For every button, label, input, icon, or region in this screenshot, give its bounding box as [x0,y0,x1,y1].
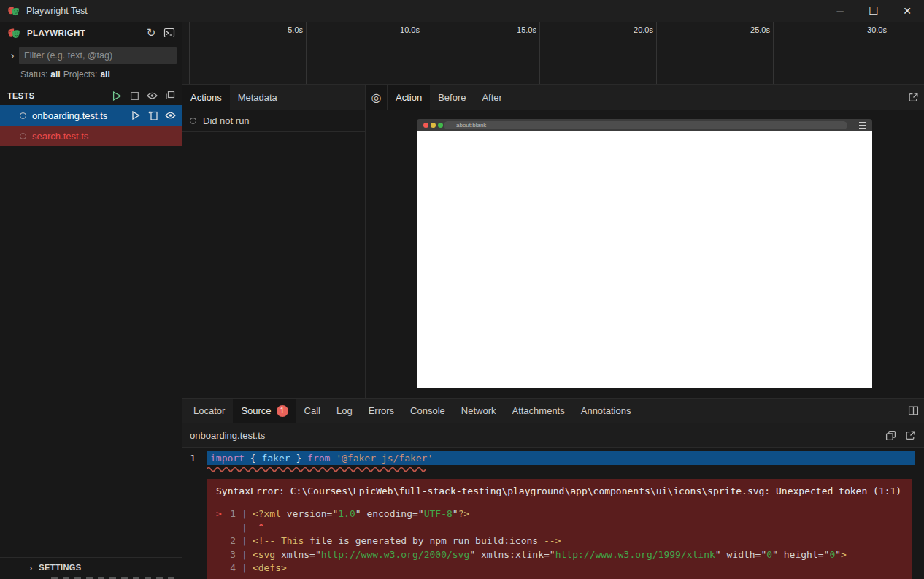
traffic-light-red-icon [423,123,428,128]
tests-header: TESTS [0,86,182,105]
open-source-icon[interactable] [147,110,159,122]
run-all-icon[interactable] [111,90,123,102]
tab-source[interactable]: Source 1 [233,399,296,423]
code-token: '@faker-js/faker' [336,453,433,464]
tests-label: TESTS [7,91,106,100]
code-token: " height=" [772,549,829,560]
tab-log[interactable]: Log [328,399,361,423]
code-token: version=" [281,508,338,519]
watch-all-eye-icon[interactable] [146,90,158,102]
tab-locator[interactable]: Locator [185,399,233,423]
minimize-button[interactable]: ─ [823,0,857,22]
refresh-icon[interactable]: ↻ [145,26,158,39]
projects-value[interactable]: all [100,69,109,80]
projects-label[interactable]: Projects: [63,69,98,80]
chevron-right-icon[interactable]: › [6,50,19,61]
browser-url: about:blank [456,122,486,129]
tab-after[interactable]: After [474,85,509,110]
did-not-run-row[interactable]: Did not run [182,110,365,132]
frame-line-code: ^ [253,521,264,535]
timeline-tick-label: 30.0s [847,26,887,34]
code-token: 1.0 [338,508,355,519]
error-message: SyntaxError: C:\Courses\EpicWeb\full-sta… [216,486,901,496]
window-controls: ─ ☐ ✕ [823,0,924,22]
window-title: Playwright Test [26,6,88,16]
tab-annotations[interactable]: Annotations [573,399,639,423]
error-frame-line: | ^ [216,521,901,535]
test-file-row-onboarding[interactable]: onboarding.test.ts [0,105,182,126]
timeline-gridline [423,22,423,84]
timeline-gridline [773,22,774,84]
settings-section-header[interactable]: › SETTINGS [0,557,182,577]
run-test-icon[interactable] [129,110,142,122]
open-snapshot-external-link-icon[interactable] [902,85,924,110]
frame-line-code: <svg xmlns="http://www.w3.org/2000/svg" … [253,548,847,562]
tab-actions[interactable]: Actions [182,85,230,110]
tab-attachments[interactable]: Attachments [504,399,572,423]
timeline-tick-label: 10.0s [380,26,420,34]
maximize-button[interactable]: ☐ [857,0,890,22]
open-source-external-link-icon[interactable] [904,429,917,442]
tab-network[interactable]: Network [453,399,504,423]
timeline-tick-label: 15.0s [497,26,536,34]
code-token: faker [261,453,290,464]
frame-line-separator: | [242,521,247,535]
tab-metadata[interactable]: Metadata [230,85,285,110]
status-value[interactable]: all [50,69,60,80]
middle-panels: Actions Metadata Did not run ◎ Action Be… [182,84,924,398]
timeline-tick-label: 25.0s [731,26,770,34]
did-not-run-label: Did not run [203,115,250,126]
watch-test-eye-icon[interactable] [164,110,177,122]
hamburger-menu-icon [859,122,866,129]
frame-line-code: <defs> [253,561,287,575]
code-token: 0 [766,549,772,560]
frame-line-code: <!-- This file is generated by npm run b… [253,534,561,548]
frame-line-code: <?xml version="1.0" encoding="UTF-8"?> [253,507,469,521]
tab-before[interactable]: Before [430,85,474,110]
status-label[interactable]: Status: [20,69,47,80]
code-token: import [210,453,245,464]
error-frame-line: 3|<svg xmlns="http://www.w3.org/2000/svg… [216,548,901,562]
source-code-line: 1 import { faker } from '@faker-js/faker… [182,451,924,465]
line-number: 1 [182,453,207,464]
test-file-name: onboarding.test.ts [32,110,129,121]
code-token: } [290,453,307,464]
pick-locator-icon[interactable]: ◎ [366,85,388,110]
frame-line-marker: > [216,507,226,521]
terminal-icon[interactable] [163,26,176,39]
frame-line-separator: | [242,548,247,562]
code-token: ^ [253,522,264,533]
copy-icon[interactable] [884,429,897,442]
frame-line-number: 1 [226,507,236,521]
error-frame-line: 4|<defs> [216,561,901,575]
tab-call[interactable]: Call [296,399,328,423]
code-token: " xmlns:xlink=" [469,549,555,560]
split-view-icon[interactable] [902,399,924,423]
browser-snapshot[interactable]: about:blank [417,119,872,388]
frame-line-marker [216,548,226,562]
test-file-name: search.test.ts [32,131,182,142]
browser-toolbar: about:blank [417,119,872,131]
tab-errors[interactable]: Errors [361,399,402,423]
tab-action[interactable]: Action [388,85,430,110]
chevron-right-icon: › [29,562,32,573]
frame-line-marker [216,534,226,548]
sidebar-header: PLAYWRIGHT ↻ [0,22,182,44]
tab-console[interactable]: Console [402,399,453,423]
collapse-all-icon[interactable] [163,90,176,102]
playwright-masks-icon [7,26,21,40]
source-viewer[interactable]: 1 import { faker } from '@faker-js/faker… [182,448,924,579]
code-token: { [245,453,261,464]
timeline[interactable]: 5.0s10.0s15.0s20.0s25.0s30.0s [182,22,924,84]
filter-input[interactable] [19,47,177,64]
code-token: <defs> [253,562,287,573]
bottom-tab-strip: Locator Source 1 Call Log Errors Console… [182,399,924,423]
close-button[interactable]: ✕ [890,0,924,22]
test-file-row-search[interactable]: search.test.ts [0,126,182,146]
stop-icon[interactable] [128,90,141,102]
timeline-gridline [656,22,657,84]
snapshot-panel: ◎ Action Before After about:blank [365,85,924,399]
status-circle-icon [190,118,196,124]
code-token: " width=" [715,549,766,560]
filter-row: › [0,45,182,66]
